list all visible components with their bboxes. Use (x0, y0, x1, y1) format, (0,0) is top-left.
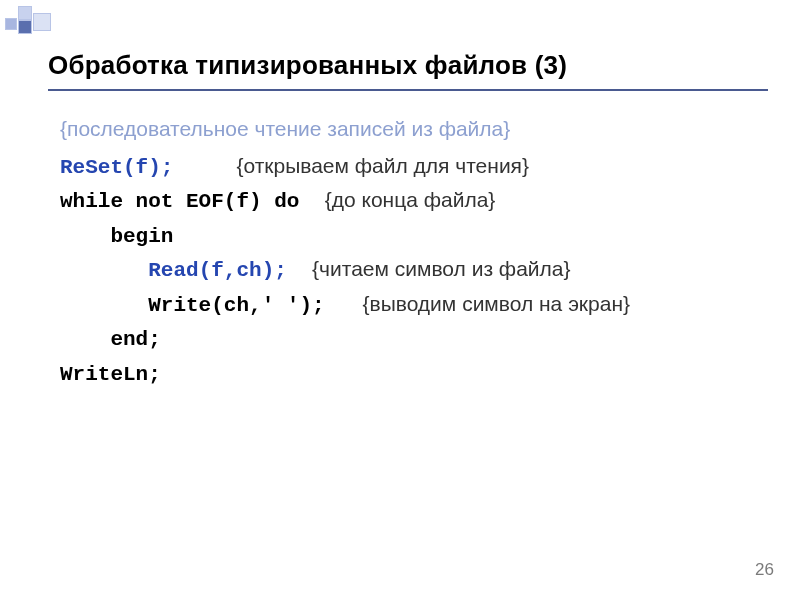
code-comment: {читаем символ из файла} (312, 257, 570, 280)
pad (287, 259, 312, 282)
corner-decoration (0, 0, 90, 40)
code: while not EOF(f) do (60, 190, 299, 213)
deco-square (18, 6, 32, 20)
deco-square (33, 13, 51, 31)
code-hl: ReSet(f); (60, 156, 173, 179)
subtitle-comment: {последовательное чтение записей из файл… (60, 113, 760, 146)
code-line: Read(f,ch); {читаем символ из файла} (60, 253, 760, 288)
indent (60, 259, 148, 282)
pad (173, 156, 236, 179)
code-comment: {открываем файл для чтения} (236, 154, 529, 177)
code-line: while not EOF(f) do {до конца файла} (60, 184, 760, 219)
pad (299, 190, 324, 213)
code: Write(ch,' '); (60, 294, 325, 317)
deco-square (18, 20, 32, 34)
deco-square (5, 18, 17, 30)
code-line: Write(ch,' '); {выводим символ на экран} (60, 288, 760, 323)
code: WriteLn; (60, 363, 161, 386)
code: end; (60, 328, 161, 351)
slide-content: Обработка типизированных файлов (3) {пос… (0, 0, 800, 391)
code-comment: {выводим символ на экран} (362, 292, 630, 315)
code-line: ReSet(f); {открываем файл для чтения} (60, 150, 760, 185)
slide-body: {последовательное чтение записей из файл… (48, 113, 760, 391)
code-hl: Read(f,ch); (148, 259, 287, 282)
code-line: end; (60, 322, 760, 357)
code: begin (60, 225, 173, 248)
code-line: begin (60, 219, 760, 254)
code-line: WriteLn; (60, 357, 760, 392)
pad (325, 294, 363, 317)
title-rule (48, 89, 768, 91)
code-comment: {до конца файла} (325, 188, 496, 211)
slide-title: Обработка типизированных файлов (3) (48, 50, 760, 81)
page-number: 26 (755, 560, 774, 580)
